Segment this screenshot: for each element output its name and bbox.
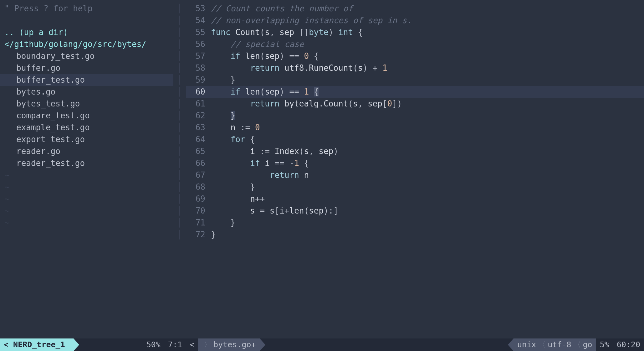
code-content[interactable]: } (211, 74, 644, 86)
code-line[interactable]: 54// non-overlapping instances of sep in… (186, 14, 644, 26)
code-content[interactable]: return bytealg.Count(s, sep[0]) (211, 98, 644, 110)
nerdtree-pane[interactable]: " Press ? for help .. (up a dir) </githu… (0, 0, 173, 338)
nerdtree-file[interactable]: export_test.go (0, 133, 173, 145)
code-content[interactable]: // special case (211, 38, 644, 50)
code-line[interactable]: 68 } (186, 181, 644, 193)
nerdtree-up-dir[interactable]: .. (up a dir) (0, 26, 173, 38)
main-splits: " Press ? for help .. (up a dir) </githu… (0, 0, 644, 338)
code-line[interactable]: 56 // special case (186, 38, 644, 50)
code-content[interactable]: if len(sep) == 1 { (211, 86, 644, 98)
code-content[interactable]: if len(sep) == 0 { (211, 50, 644, 62)
code-content[interactable]: n++ (211, 193, 644, 205)
nerdtree-file[interactable]: bytes.go (0, 86, 173, 98)
line-number: 60 (186, 86, 211, 98)
vim-window: " Press ? for help .. (up a dir) </githu… (0, 0, 644, 351)
code-line[interactable]: 66 if i == -1 { (186, 157, 644, 169)
line-number: 71 (186, 217, 211, 229)
line-number: 69 (186, 193, 211, 205)
code-line[interactable]: 57 if len(sep) == 0 { (186, 50, 644, 62)
code-content[interactable]: if i == -1 { (211, 157, 644, 169)
code-line[interactable]: 71 } (186, 217, 644, 229)
line-number: 53 (186, 3, 211, 14)
statusline-right-pos: 60:20 (613, 338, 644, 351)
code-content[interactable]: i := Index(s, sep) (211, 145, 644, 157)
line-number: 63 (186, 121, 211, 133)
line-number: 61 (186, 98, 211, 110)
line-number: 68 (186, 181, 211, 193)
line-number: 72 (186, 229, 211, 240)
nerdtree-file[interactable]: buffer_test.go (0, 74, 173, 86)
editor-pane[interactable]: 53// Count counts the number of54// non-… (186, 0, 644, 338)
code-line[interactable]: 63 n := 0 (186, 121, 644, 133)
separator-icon (260, 338, 265, 351)
code-line[interactable]: 59 } (186, 74, 644, 86)
line-number: 65 (186, 145, 211, 157)
code-line[interactable]: 61 return bytealg.Count(s, sep[0]) (186, 98, 644, 110)
code-content[interactable]: s = s[i+len(sep):] (211, 205, 644, 217)
code-line[interactable]: 72} (186, 229, 644, 240)
vertical-split-bar[interactable]: ││││││││││││││││││││ (173, 0, 186, 338)
code-line[interactable]: 64 for { (186, 133, 644, 145)
line-number: 55 (186, 26, 211, 38)
code-line[interactable]: 70 s = s[i+len(sep):] (186, 205, 644, 217)
statusline-filename: 〉bytes.go + (198, 338, 259, 351)
code-content[interactable]: } (211, 229, 644, 240)
statusline-left-pos: 7:1 (164, 338, 186, 351)
nerdtree-file[interactable]: compare_test.go (0, 110, 173, 121)
line-number: 66 (186, 157, 211, 169)
empty-line-tilde: ~ (0, 193, 173, 205)
nerdtree-help-line: " Press ? for help (0, 3, 173, 14)
nerdtree-file[interactable]: reader_test.go (0, 157, 173, 169)
code-content[interactable]: return n (211, 169, 644, 181)
code-line[interactable]: 69 n++ (186, 193, 644, 205)
nerdtree-empty-fill: ~~~~~ (0, 169, 173, 338)
code-line[interactable]: 67 return n (186, 169, 644, 181)
statusline-left-fill (79, 338, 143, 351)
statusline-left-scroll: 50% (143, 338, 164, 351)
nerdtree-file[interactable]: reader.go (0, 145, 173, 157)
code-content[interactable]: } (211, 110, 644, 121)
empty-line-tilde: ~ (0, 205, 173, 217)
code-content[interactable]: } (211, 181, 644, 193)
line-number: 59 (186, 74, 211, 86)
separator-icon (508, 338, 514, 351)
line-number: 54 (186, 14, 211, 26)
status-bars: < NERD_tree_1 50% 7:1 < 〉bytes.go + unix… (0, 338, 644, 351)
statusline-left-mode: < NERD_tree_1 (0, 338, 74, 351)
code-content[interactable]: return utf8.RuneCount(s) + 1 (211, 62, 644, 74)
nerdtree-file[interactable]: example_test.go (0, 121, 173, 133)
code-line[interactable]: 55func Count(s, sep []byte) int { (186, 26, 644, 38)
empty-line-tilde: ~ (0, 217, 173, 229)
empty-line-tilde: ~ (0, 169, 173, 181)
code-line[interactable]: 58 return utf8.RuneCount(s) + 1 (186, 62, 644, 74)
separator-icon (74, 338, 79, 351)
code-content[interactable]: // Count counts the number of (211, 3, 644, 14)
statusline-right-mode: < (186, 338, 198, 351)
nerdtree-path[interactable]: </github/golang/go/src/bytes/ (0, 38, 173, 50)
line-number: 57 (186, 50, 211, 62)
code-line[interactable]: 65 i := Index(s, sep) (186, 145, 644, 157)
line-number: 62 (186, 110, 211, 121)
line-number: 58 (186, 62, 211, 74)
code-content[interactable]: n := 0 (211, 121, 644, 133)
nerdtree-file[interactable]: buffer.go (0, 62, 173, 74)
code-line[interactable]: 60 if len(sep) == 1 { (186, 86, 644, 98)
empty-line-tilde: ~ (0, 181, 173, 193)
code-content[interactable]: for { (211, 133, 644, 145)
code-line[interactable]: 62 } (186, 110, 644, 121)
nerdtree-file[interactable]: bytes_test.go (0, 98, 173, 110)
code-line[interactable]: 53// Count counts the number of (186, 3, 644, 14)
statusline-right-fill (265, 338, 508, 351)
statusline-nerdtree: < NERD_tree_1 50% 7:1 (0, 338, 186, 351)
line-number: 56 (186, 38, 211, 50)
statusline-right-scroll: 5% (596, 338, 613, 351)
code-content[interactable]: func Count(s, sep []byte) int { (211, 26, 644, 38)
line-number: 64 (186, 133, 211, 145)
line-number: 70 (186, 205, 211, 217)
code-content[interactable]: } (211, 217, 644, 229)
nerdtree-file[interactable]: boundary_test.go (0, 50, 173, 62)
line-number: 67 (186, 169, 211, 181)
statusline-editor: < 〉bytes.go + unix〈utf-8〈go 5% 60:20 (186, 338, 644, 351)
statusline-fileinfo: unix〈utf-8〈go (514, 338, 596, 351)
code-content[interactable]: // non-overlapping instances of sep in s… (211, 14, 644, 26)
